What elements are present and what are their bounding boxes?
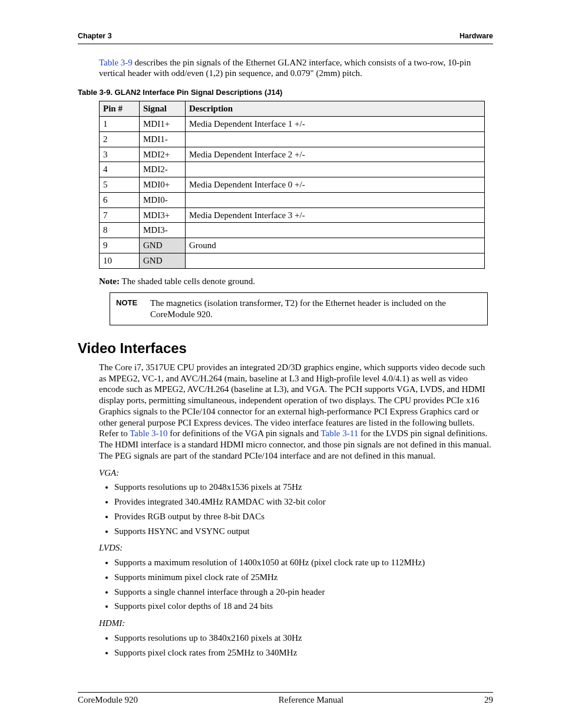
cell-signal: MDI1+ <box>140 117 186 132</box>
feature-list: Supports resolutions up to 2048x1536 pix… <box>99 482 493 536</box>
list-item: Provides integrated 340.4MHz RAMDAC with… <box>114 496 493 508</box>
cell-pin: 1 <box>100 117 140 132</box>
note-line-label: Note: <box>99 276 120 286</box>
list-item: Supports pixel clock rates from 25MHz to… <box>114 647 493 658</box>
list-item: Supports minimum pixel clock rate of 25M… <box>114 572 493 583</box>
list-item: Supports resolutions up to 3840x2160 pix… <box>114 633 493 644</box>
page-footer: CoreModule 920 Reference Manual 29 <box>78 692 493 706</box>
table-caption: Table 3-9. GLAN2 Interface Pin Signal De… <box>78 88 493 97</box>
feature-group-title-text: LVDS <box>99 543 120 552</box>
cell-desc: Media Dependent Interface 1 +/- <box>186 117 485 132</box>
th-desc: Description <box>186 101 485 117</box>
list-item: Provides RGB output by three 8-bit DACs <box>114 511 493 522</box>
page-header: Chapter 3 Hardware <box>78 32 493 44</box>
table-row: 6MDI0- <box>100 192 485 207</box>
footer-center: Reference Manual <box>279 694 343 706</box>
cell-pin: 5 <box>100 177 140 193</box>
cell-signal: GND <box>140 238 186 253</box>
video-para-mid: for definitions of the VGA pin signals a… <box>168 429 321 438</box>
list-item: Supports a maximum resolution of 1400x10… <box>114 557 493 568</box>
link-table-3-9[interactable]: Table 3-9 <box>99 58 133 67</box>
cell-signal: GND <box>140 253 186 268</box>
cell-desc: Media Dependent Interface 2 +/- <box>186 147 485 162</box>
table-row: 10GND <box>100 253 485 268</box>
note-box: NOTE The magnetics (isolation transforme… <box>110 292 488 325</box>
intro-text: describes the pin signals of the Etherne… <box>99 58 471 78</box>
link-table-3-10[interactable]: Table 3-10 <box>130 429 167 438</box>
cell-pin: 7 <box>100 207 140 223</box>
note-line: Note: The shaded table cells denote grou… <box>99 276 493 287</box>
footer-left: CoreModule 920 <box>78 694 138 706</box>
list-item: Supports HSYNC and VSYNC output <box>114 526 493 537</box>
cell-signal: MDI3+ <box>140 207 186 223</box>
table-row: 4MDI2- <box>100 162 485 177</box>
feature-group-title-text: HDMI <box>99 618 122 628</box>
th-signal: Signal <box>140 101 186 117</box>
cell-desc <box>186 192 485 207</box>
cell-signal: MDI0- <box>140 192 186 207</box>
cell-desc: Media Dependent Interface 0 +/- <box>186 177 485 193</box>
table-row: 2MDI1- <box>100 131 485 147</box>
header-chapter: Chapter 3 <box>78 32 112 41</box>
cell-pin: 2 <box>100 131 140 147</box>
cell-desc: Media Dependent Interface 3 +/- <box>186 207 485 223</box>
cell-pin: 4 <box>100 162 140 177</box>
cell-signal: MDI2- <box>140 162 186 177</box>
table-row: 7MDI3+Media Dependent Interface 3 +/- <box>100 207 485 223</box>
list-item: Supports pixel color depths of 18 and 24… <box>114 601 493 612</box>
cell-desc <box>186 253 485 268</box>
table-row: 8MDI3- <box>100 223 485 238</box>
list-item: Supports resolutions up to 2048x1536 pix… <box>114 482 493 493</box>
table-row: 9GNDGround <box>100 238 485 253</box>
cell-desc <box>186 223 485 238</box>
cell-signal: MDI3- <box>140 223 186 238</box>
cell-signal: MDI2+ <box>140 147 186 162</box>
note-box-text: The magnetics (isolation transformer, T2… <box>150 298 481 320</box>
feature-group-title-text: VGA <box>99 468 116 477</box>
section-title: Video Interfaces <box>78 340 493 357</box>
video-paragraph: The Core i7, 3517UE CPU provides an inte… <box>99 362 493 462</box>
cell-pin: 9 <box>100 238 140 253</box>
cell-pin: 10 <box>100 253 140 268</box>
feature-list: Supports resolutions up to 3840x2160 pix… <box>99 633 493 658</box>
intro-paragraph: Table 3-9 describes the pin signals of t… <box>99 57 493 80</box>
cell-signal: MDI1- <box>140 131 186 147</box>
cell-signal: MDI0+ <box>140 177 186 193</box>
footer-right: 29 <box>484 694 493 706</box>
table-row: 3MDI2+Media Dependent Interface 2 +/- <box>100 147 485 162</box>
feature-group-title: LVDS: <box>99 542 493 554</box>
feature-group-title: HDMI: <box>99 618 493 629</box>
video-para-pre: The Core i7, 3517UE CPU provides an inte… <box>99 363 485 439</box>
cell-desc <box>186 131 485 147</box>
table-row: 5MDI0+Media Dependent Interface 0 +/- <box>100 177 485 193</box>
cell-desc <box>186 162 485 177</box>
feature-group-title: VGA: <box>99 467 493 479</box>
pin-signal-table: Pin # Signal Description 1MDI1+Media Dep… <box>99 101 485 268</box>
note-line-text: The shaded table cells denote ground. <box>120 276 255 286</box>
feature-list: Supports a maximum resolution of 1400x10… <box>99 557 493 612</box>
link-table-3-11[interactable]: Table 3-11 <box>320 429 358 438</box>
header-section: Hardware <box>459 32 493 41</box>
table-header-row: Pin # Signal Description <box>100 101 485 117</box>
note-box-label: NOTE <box>116 298 150 320</box>
list-item: Supports a single channel interface thro… <box>114 587 493 598</box>
cell-desc: Ground <box>186 238 485 253</box>
cell-pin: 3 <box>100 147 140 162</box>
table-row: 1MDI1+Media Dependent Interface 1 +/- <box>100 117 485 132</box>
cell-pin: 6 <box>100 192 140 207</box>
cell-pin: 8 <box>100 223 140 238</box>
th-pin: Pin # <box>100 101 140 117</box>
